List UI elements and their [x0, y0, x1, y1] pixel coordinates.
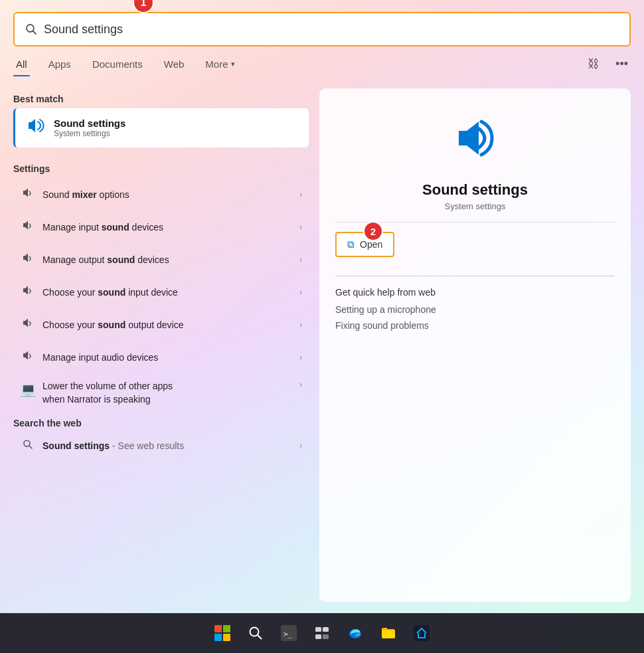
narrator-text: Lower the volume of other appswhen Narra…	[42, 380, 293, 406]
taskbar-edge-button[interactable]	[341, 618, 370, 648]
manage-input-text: Manage input sound devices	[42, 222, 293, 233]
tab-all[interactable]: All	[13, 53, 30, 75]
sound-mixer-text: Sound mixer options	[42, 189, 293, 200]
chevron-right-icon-5: ›	[299, 320, 302, 329]
taskbar-virtual-desktop-button[interactable]	[307, 618, 337, 648]
chevron-right-icon-7: ›	[299, 380, 302, 389]
taskbar-terminal-button[interactable]: >_	[274, 618, 303, 648]
choose-output-text: Choose your sound output device	[42, 320, 293, 330]
best-match-subtitle: System settings	[54, 129, 125, 138]
sound-big-icon	[445, 108, 505, 168]
taskbar: >_	[0, 613, 644, 653]
settings-item-manage-input[interactable]: Manage input sound devices ›	[13, 211, 309, 243]
chevron-right-icon-4: ›	[299, 288, 302, 297]
content-area: Best match Sound settings System setting…	[0, 75, 644, 615]
best-match-label: Best match	[13, 88, 309, 108]
search-web-item[interactable]: Sound settings - See web results ›	[13, 432, 309, 459]
svg-text:>_: >_	[283, 630, 293, 638]
search-bar[interactable]	[13, 12, 631, 47]
taskbar-explorer-button[interactable]	[374, 618, 403, 648]
search-input[interactable]	[44, 23, 619, 37]
sound-settings-icon	[25, 115, 46, 141]
chevron-down-icon: ▾	[231, 60, 235, 68]
external-link-icon: ⧉	[347, 238, 355, 250]
help-link-sound-problems[interactable]: Fixing sound problems	[335, 320, 429, 331]
manage-output-text: Manage output sound devices	[42, 254, 293, 265]
svg-rect-10	[315, 634, 321, 639]
chevron-right-icon-2: ›	[299, 223, 302, 232]
web-search-icon	[20, 439, 36, 452]
settings-label: Settings	[13, 158, 309, 178]
best-match-title: Sound settings	[54, 118, 125, 129]
svg-line-5	[258, 635, 262, 639]
svg-line-3	[29, 446, 32, 448]
step-2-badge: 2	[363, 221, 383, 241]
chevron-right-icon-3: ›	[299, 255, 302, 264]
link-icon-button[interactable]: ⛓	[585, 54, 602, 74]
settings-item-choose-output[interactable]: Choose your sound output device ›	[13, 308, 309, 341]
taskbar-edge-icon	[347, 625, 363, 641]
sound-mixer-icon	[20, 186, 36, 203]
quick-help-label: Get quick help from web	[335, 287, 436, 298]
choose-input-icon	[20, 284, 36, 300]
settings-item-manage-output[interactable]: Manage output sound devices ›	[13, 243, 309, 276]
tab-documents[interactable]: Documents	[90, 53, 145, 75]
best-match-text: Sound settings System settings	[54, 118, 125, 138]
taskbar-vdesktop-icon	[314, 625, 330, 641]
open-button-container: 2 ⧉ Open	[335, 232, 394, 257]
manage-audio-text: Manage input audio devices	[42, 352, 293, 363]
svg-rect-9	[323, 627, 329, 632]
right-panel: Sound settings System settings 2 ⧉ Open …	[319, 88, 631, 602]
svg-rect-11	[323, 634, 329, 639]
tabs-right-actions: ⛓ •••	[585, 54, 631, 74]
chevron-right-icon-6: ›	[299, 353, 302, 362]
manage-input-icon	[20, 219, 36, 235]
best-match-item[interactable]: Sound settings System settings	[13, 108, 309, 147]
taskbar-search-icon	[248, 626, 263, 640]
taskbar-terminal-icon: >_	[281, 625, 297, 641]
chevron-right-icon: ›	[299, 190, 302, 199]
taskbar-search-button[interactable]	[241, 618, 270, 648]
taskbar-app7-button[interactable]	[407, 618, 436, 648]
tab-more-label: More	[205, 58, 228, 70]
right-panel-subtitle: System settings	[445, 201, 506, 211]
tab-web[interactable]: Web	[161, 53, 187, 75]
manage-audio-icon	[20, 349, 36, 365]
search-panel: 1 All Apps Documents Web More ▾ ⛓ ••• Be…	[0, 0, 644, 613]
left-panel: Best match Sound settings System setting…	[13, 88, 309, 602]
step-1-badge: 1	[133, 0, 154, 13]
rp-separator	[335, 276, 615, 276]
help-link-microphone[interactable]: Setting up a microphone	[335, 304, 436, 315]
tab-apps[interactable]: Apps	[46, 53, 74, 75]
taskbar-explorer-icon	[380, 625, 396, 641]
windows-logo	[214, 625, 230, 641]
right-panel-icon	[445, 108, 505, 171]
taskbar-app7-icon	[414, 625, 430, 641]
svg-rect-8	[315, 627, 321, 632]
choose-input-text: Choose your sound input device	[42, 287, 293, 298]
chevron-right-web: ›	[299, 441, 302, 450]
more-options-button[interactable]: •••	[613, 54, 631, 74]
search-web-label: Search the web	[13, 413, 309, 432]
settings-item-manage-audio[interactable]: Manage input audio devices ›	[13, 341, 309, 373]
settings-item-narrator[interactable]: 💻 Lower the volume of other appswhen Nar…	[13, 373, 309, 413]
choose-output-icon	[20, 316, 36, 333]
narrator-icon: 💻	[20, 381, 36, 397]
search-icon	[25, 23, 37, 35]
search-bar-container: 1	[0, 0, 644, 47]
settings-item-choose-input[interactable]: Choose your sound input device ›	[13, 276, 309, 308]
svg-line-1	[33, 31, 37, 35]
manage-output-icon	[20, 251, 36, 268]
settings-item-sound-mixer[interactable]: Sound mixer options ›	[13, 178, 309, 211]
right-panel-title: Sound settings	[422, 181, 528, 199]
search-web-text: Sound settings - See web results	[42, 440, 293, 451]
tab-more[interactable]: More ▾	[202, 53, 237, 75]
windows-start-button[interactable]	[208, 618, 237, 648]
tabs-bar: All Apps Documents Web More ▾ ⛓ •••	[0, 47, 644, 75]
